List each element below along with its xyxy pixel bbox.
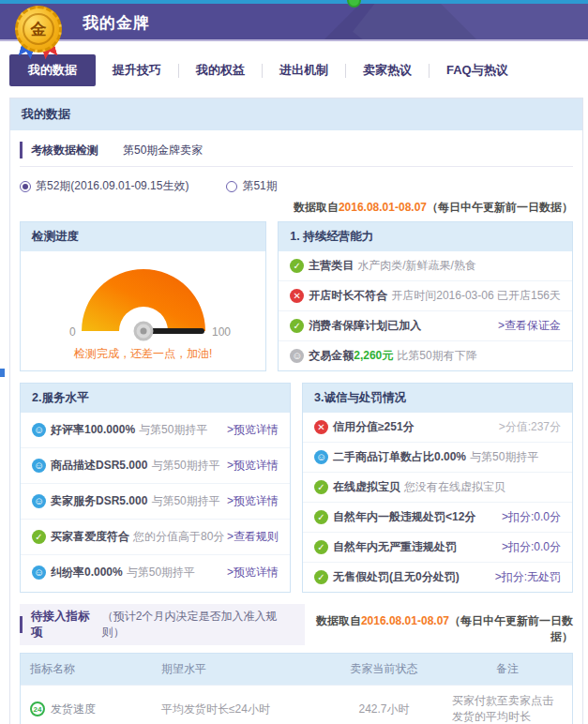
deduction-link[interactable]: >扣分:无处罚 xyxy=(495,569,561,585)
view-rules-link[interactable]: >查看规则 xyxy=(227,529,279,545)
metric-row: ✓ 自然年内一般违规处罚<12分 >扣分:0.0分 xyxy=(303,502,572,532)
note-prefix: 数据取自 xyxy=(316,614,361,627)
radio-period-52-label: 第52期(2016.09.01-09.15生效) xyxy=(36,178,188,194)
tab-seller-discussion[interactable]: 卖家热议 xyxy=(346,55,429,85)
note-prefix: 数据取自 xyxy=(294,201,339,214)
panel2-title: 2.服务水平 xyxy=(21,384,290,413)
metric-row: ☺ 好评率100.000% 与第50期持平 >预览详情 xyxy=(21,413,290,447)
stray-artifact xyxy=(0,369,5,377)
smile-icon: ☺ xyxy=(314,450,328,464)
metric-row: ✓ 在线虚拟宝贝 您没有在线虚拟宝贝 xyxy=(303,472,572,502)
metric-detail: 与第50期持平 xyxy=(151,458,219,474)
note-suffix: （每日中午更新前一日数据） xyxy=(427,201,573,214)
table-row: 24 发货速度 平均发货时长≤24小时 242.7小时 买家付款至卖家点击发货的… xyxy=(21,685,572,724)
score-note: >分值:237分 xyxy=(499,419,561,435)
pending-indicators-table: 指标名称 期望水平 卖家当前状态 备注 24 发货速度 平均发货时长≤24小时 … xyxy=(20,653,573,724)
pending-title-box: 待接入指标项 （预计2个月内决定是否加入准入规则） xyxy=(20,604,305,645)
metric-label: 纠纷率0.000% xyxy=(51,565,123,581)
metric-detail: 开店时间2016-03-06 已开店156天 xyxy=(391,288,561,304)
metric-label: 无售假处罚(且无0分处罚) xyxy=(333,569,460,585)
metric-row: ☺ 交易金额 2,260元 比第50期有下降 xyxy=(279,340,572,370)
panel-service-level: 2.服务水平 ☺ 好评率100.000% 与第50期持平 >预览详情 ☺ 商品描… xyxy=(20,383,291,593)
metric-detail: 您的分值高于80分 xyxy=(133,529,224,545)
metric-row: ✓ 无售假处罚(且无0分处罚) >扣分:无处罚 xyxy=(303,562,572,592)
tab-my-benefits[interactable]: 我的权益 xyxy=(179,55,262,85)
cross-icon: ✕ xyxy=(314,420,328,434)
check-icon: ✓ xyxy=(314,540,328,554)
metric-row: ✕ 开店时长不符合 开店时间2016-03-06 已开店156天 xyxy=(279,280,572,310)
indicator-name: 发货速度 xyxy=(51,701,96,717)
col-header-remark: 备注 xyxy=(443,654,572,685)
panel-operating-ability: 1. 持续经营能力 ✓ 主营类目 水产肉类/新鲜蔬果/熟食 ✕ 开店时长不符合 … xyxy=(278,221,573,371)
metric-detail: 您没有在线虚拟宝贝 xyxy=(404,479,505,495)
sub-tabbar: 考核数据检测 第50期金牌卖家 xyxy=(20,142,573,167)
radio-unselected-icon[interactable] xyxy=(226,181,237,192)
panel3-title: 3.诚信与处罚情况 xyxy=(303,384,572,413)
metric-row: ✕ 信用分值≥251分 >分值:237分 xyxy=(303,413,572,442)
deduction-link[interactable]: >扣分:0.0分 xyxy=(502,539,561,555)
check-icon: ✓ xyxy=(314,480,328,494)
radio-period-51[interactable]: 第51期 xyxy=(226,178,277,194)
preview-detail-link[interactable]: >预览详情 xyxy=(227,458,279,474)
metric-label: 主营类目 xyxy=(309,258,354,274)
metric-row: ✓ 消费者保障计划已加入 >查看保证金 xyxy=(279,310,572,340)
metric-label: 消费者保障计划已加入 xyxy=(309,318,421,334)
note-date: 2016.08.01-08.07 xyxy=(361,614,449,627)
purple-bar-icon xyxy=(20,616,23,633)
pending-subtitle: （预计2个月内决定是否加入准入规则） xyxy=(102,609,292,641)
gauge-min-label: 0 xyxy=(69,325,76,339)
current-status: 242.7小时 xyxy=(325,694,443,724)
table-header-row: 指标名称 期望水平 卖家当前状态 备注 xyxy=(21,654,572,685)
metric-label: 交易金额 xyxy=(309,348,354,364)
cross-icon: ✕ xyxy=(290,289,304,303)
subtab-assessment-data[interactable]: 考核数据检测 xyxy=(31,143,98,158)
smile-icon: ☺ xyxy=(32,494,46,508)
metric-label: 买家喜爱度符合 xyxy=(51,529,129,545)
page-header: 我的金牌 xyxy=(0,4,588,41)
metric-label: 好评率100.000% xyxy=(51,422,135,438)
subtab-period50-sellers[interactable]: 第50期金牌卖家 xyxy=(123,143,203,158)
24h-speed-icon: 24 xyxy=(30,701,45,716)
metric-label: 信用分值≥251分 xyxy=(333,419,415,435)
metric-detail: 与第50期持平 xyxy=(470,449,538,465)
data-source-note: 数据取自2016.08.01-08.07（每日中午更新前一日数据） xyxy=(305,613,573,645)
tab-faq[interactable]: FAQ与热议 xyxy=(430,55,525,85)
metric-row: ☺ 纠纷率0.000% 与第50期持平 >预览详情 xyxy=(21,554,290,590)
preview-detail-link[interactable]: >预览详情 xyxy=(227,565,279,581)
metric-label: 商品描述DSR5.000 xyxy=(51,458,147,474)
view-deposit-link[interactable]: >查看保证金 xyxy=(498,318,561,334)
medal-char: 金 xyxy=(23,13,54,45)
col-header-indicator-name: 指标名称 xyxy=(21,654,152,685)
pending-indicators-header: 待接入指标项 （预计2个月内决定是否加入准入规则） 数据取自2016.08.01… xyxy=(20,604,573,645)
panel1-title: 1. 持续经营能力 xyxy=(279,222,572,251)
panel-check-progress: 检测进度 0 xyxy=(20,221,266,371)
panel-credit-punishment: 3.诚信与处罚情况 ✕ 信用分值≥251分 >分值:237分 ☺ 二手商品订单数… xyxy=(302,383,573,593)
metric-row: ☺ 卖家服务DSR5.000 与第50期持平 >预览详情 xyxy=(21,483,290,519)
radio-period-52[interactable]: 第52期(2016.09.01-09.15生效) xyxy=(20,178,188,194)
metric-row: ☺ 商品描述DSR5.000 与第50期持平 >预览详情 xyxy=(21,447,290,483)
gauge-max-label: 100 xyxy=(212,325,231,339)
deduction-link[interactable]: >扣分:0.0分 xyxy=(502,509,561,525)
radio-selected-icon[interactable] xyxy=(20,181,31,192)
radio-period-51-label: 第51期 xyxy=(242,178,277,194)
data-source-note: 数据取自2016.08.01-08.07（每日中午更新前一日数据） xyxy=(20,200,573,216)
tab-improve-skills[interactable]: 提升技巧 xyxy=(96,55,178,85)
progress-gauge: 0 100 检测完成，还差一点，加油! xyxy=(21,251,265,364)
metric-label: 卖家服务DSR5.000 xyxy=(51,493,147,509)
purple-bar-icon xyxy=(20,142,23,158)
smile-icon: ☺ xyxy=(32,459,46,473)
page-title: 我的金牌 xyxy=(83,12,150,34)
preview-detail-link[interactable]: >预览详情 xyxy=(227,493,279,509)
metric-row: ✓ 买家喜爱度符合 您的分值高于80分 >查看规则 xyxy=(21,519,290,554)
period-selector: 第52期(2016.09.01-09.15生效) 第51期 xyxy=(20,178,573,194)
metric-detail: 与第50期持平 xyxy=(127,565,195,581)
content-container: 我的数据 考核数据检测 第50期金牌卖家 第52期(2016.09.01-09.… xyxy=(9,98,583,724)
medal-circle: 金 xyxy=(15,6,62,53)
preview-detail-link[interactable]: >预览详情 xyxy=(227,422,279,438)
metric-detail: 比第50期有下降 xyxy=(397,348,476,364)
metric-detail: 与第50期持平 xyxy=(151,493,219,509)
smile-icon: ☺ xyxy=(32,423,46,437)
smile-icon: ☺ xyxy=(32,566,46,580)
tab-entry-exit-rules[interactable]: 进出机制 xyxy=(263,55,345,85)
check-icon: ✓ xyxy=(314,510,328,524)
